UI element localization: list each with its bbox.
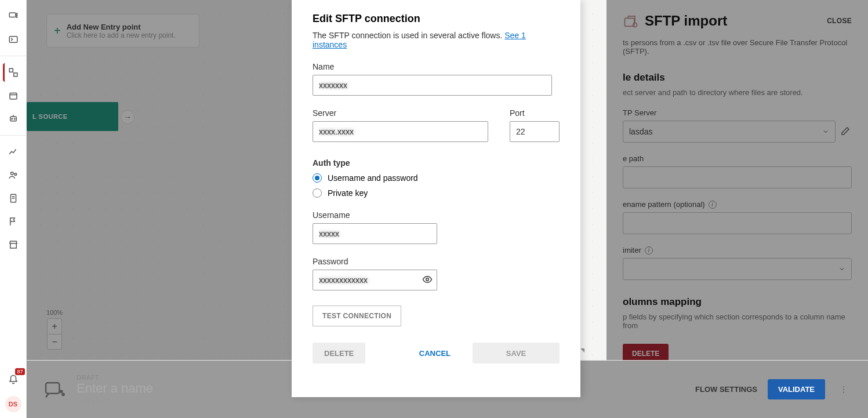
svg-point-18 — [62, 393, 64, 395]
svg-point-21 — [843, 391, 844, 392]
port-input[interactable] — [510, 121, 560, 142]
modal-save-button[interactable]: SAVE — [473, 343, 560, 364]
rail-analytics-icon[interactable] — [4, 143, 23, 161]
svg-point-20 — [843, 388, 844, 390]
validate-button[interactable]: VALIDATE — [768, 379, 825, 399]
svg-rect-6 — [13, 73, 17, 77]
rail-people-icon[interactable] — [4, 166, 23, 184]
svg-rect-4 — [9, 37, 17, 43]
flow-icon — [43, 378, 66, 401]
status-draft: DRAFT — [77, 374, 153, 381]
left-rail: 87 DS — [0, 0, 27, 418]
auth-type-label: Auth type — [313, 158, 560, 168]
flow-settings-button[interactable]: FLOW SETTINGS — [695, 385, 757, 394]
rail-doc-icon[interactable] — [4, 189, 23, 208]
modal-scrollbar[interactable] — [580, 0, 584, 352]
svg-point-22 — [426, 278, 429, 281]
username-input[interactable] — [313, 223, 437, 244]
svg-point-11 — [10, 172, 13, 175]
modal-delete-button[interactable]: DELETE — [313, 343, 365, 364]
flow-name-input[interactable]: Enter a name — [77, 381, 153, 396]
modal-cancel-button[interactable]: CANCEL — [408, 343, 462, 364]
radio-username-password[interactable]: Username and password — [313, 173, 560, 183]
rail-store-icon[interactable] — [4, 235, 23, 254]
svg-rect-16 — [46, 383, 59, 393]
user-avatar[interactable]: DS — [5, 396, 21, 412]
modal-title: Edit SFTP connection — [313, 13, 560, 25]
password-input[interactable] — [313, 270, 437, 290]
svg-point-12 — [14, 173, 16, 176]
rail-flag-icon[interactable] — [4, 212, 23, 231]
server-label: Server — [313, 108, 497, 118]
port-label: Port — [510, 108, 560, 118]
svg-point-3 — [16, 17, 17, 18]
modal-backdrop-right[interactable] — [606, 0, 868, 360]
rail-bell-icon[interactable]: 87 — [4, 370, 23, 389]
svg-rect-0 — [9, 13, 16, 17]
rail-terminal-icon[interactable] — [4, 30, 23, 49]
rail-flows-icon[interactable] — [3, 63, 21, 82]
svg-rect-5 — [9, 68, 13, 72]
notification-badge: 87 — [15, 368, 24, 375]
rail-bot-icon[interactable] — [4, 110, 23, 128]
server-input[interactable] — [313, 121, 488, 142]
rail-package-icon[interactable] — [4, 86, 23, 105]
svg-rect-7 — [10, 93, 17, 100]
name-label: Name — [313, 62, 560, 71]
last-saved: Last saved now — [77, 397, 153, 405]
edit-sftp-modal: Edit SFTP connection The SFTP connection… — [292, 0, 580, 397]
radio-private-key[interactable]: Private key — [313, 188, 560, 198]
rail-chat-icon[interactable] — [4, 7, 23, 26]
svg-point-2 — [16, 15, 17, 16]
password-label: Password — [313, 257, 560, 266]
name-input[interactable] — [313, 75, 552, 96]
test-connection-button[interactable]: TEST CONNECTION — [313, 306, 401, 326]
svg-point-9 — [12, 118, 13, 119]
svg-point-10 — [14, 118, 15, 119]
username-label: Username — [313, 210, 560, 220]
svg-point-17 — [60, 390, 62, 392]
svg-point-1 — [16, 13, 17, 14]
more-menu-button[interactable] — [836, 381, 852, 398]
toggle-password-icon[interactable] — [422, 274, 433, 285]
svg-point-19 — [843, 386, 844, 387]
modal-subtitle: The SFTP connection is used in several a… — [313, 31, 560, 49]
